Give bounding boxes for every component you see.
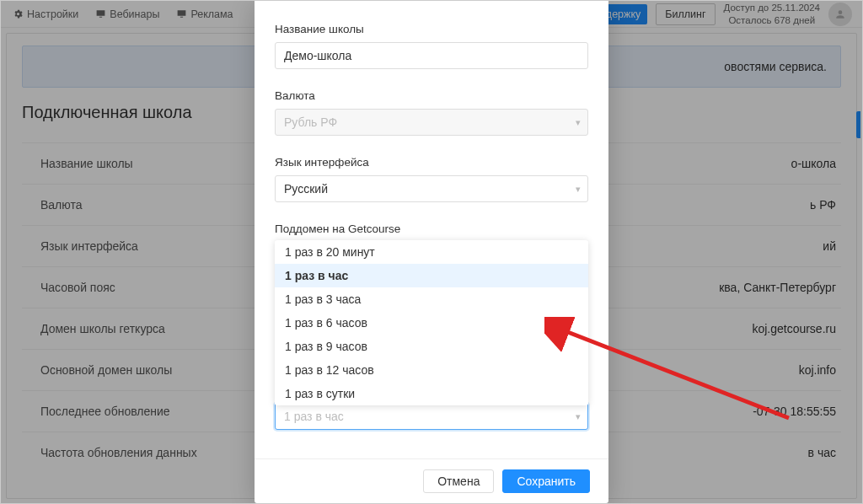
select-frequency[interactable]: 1 раз в час ▾ (275, 403, 588, 430)
freq-option[interactable]: 1 раз в 20 минут (275, 240, 588, 264)
chevron-down-icon: ▾ (576, 117, 581, 128)
freq-option[interactable]: 1 раз в 9 часов (275, 335, 588, 358)
chevron-down-icon: ▾ (576, 411, 581, 422)
freq-option[interactable]: 1 раз в 3 часа (275, 287, 588, 311)
chevron-down-icon: ▾ (576, 184, 581, 195)
select-currency-value: Рубль РФ (284, 115, 337, 129)
select-language[interactable]: Русский ▾ (275, 175, 588, 202)
freq-option[interactable]: 1 раз в час (275, 264, 588, 287)
input-school[interactable] (275, 42, 588, 69)
modal-body: Название школы Валюта Рубль РФ ▾ Язык ин… (255, 1, 608, 458)
save-button[interactable]: Сохранить (502, 469, 590, 493)
edit-modal: Название школы Валюта Рубль РФ ▾ Язык ин… (255, 1, 608, 503)
modal-overlay[interactable]: Название школы Валюта Рубль РФ ▾ Язык ин… (1, 1, 862, 503)
cancel-button[interactable]: Отмена (423, 469, 494, 493)
freq-option[interactable]: 1 раз в 12 часов (275, 358, 588, 382)
label-subdomain: Поддомен на Getcourse (275, 223, 588, 235)
freq-option[interactable]: 1 раз в 6 часов (275, 311, 588, 335)
label-school: Название школы (275, 23, 588, 35)
select-frequency-wrap: 1 раз в час ▾ (275, 403, 588, 430)
select-frequency-value: 1 раз в час (284, 410, 344, 423)
label-currency: Валюта (275, 89, 588, 102)
frequency-dropdown: 1 раз в 20 минут 1 раз в час 1 раз в 3 ч… (275, 240, 588, 405)
label-language: Язык интерфейса (275, 156, 588, 169)
modal-footer: Отмена Сохранить (255, 458, 608, 503)
select-language-value: Русский (284, 182, 328, 196)
freq-option[interactable]: 1 раз в сутки (275, 382, 588, 405)
select-currency: Рубль РФ ▾ (275, 109, 588, 136)
